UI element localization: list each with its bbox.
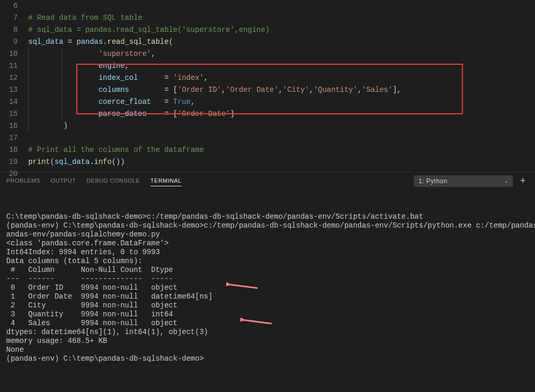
code-content <box>28 132 535 144</box>
code-content: coerce_float = True, <box>28 96 535 108</box>
code-content: parse_dates = ['Order Date'] <box>28 108 535 120</box>
code-line[interactable]: 19print(sql_data.info()) <box>0 156 535 168</box>
terminal-line: andas-env/pandas-sqlalchemy-demo.py <box>6 230 529 239</box>
code-content: index_col = 'index', <box>28 72 535 84</box>
terminal-line: Int64Index: 9994 entries, 0 to 9993 <box>6 248 529 257</box>
terminal-line: <class 'pandas.core.frame.DataFrame'> <box>6 239 529 248</box>
terminal-line: C:\temp\pandas-db-sqlshack-demo>c:/temp/… <box>6 212 529 221</box>
line-number: 9 <box>0 36 28 48</box>
line-number: 10 <box>0 48 28 60</box>
code-line[interactable]: 6 <box>0 0 535 12</box>
line-number: 12 <box>0 72 28 84</box>
code-content <box>28 168 535 180</box>
terminal-line: Data columns (total 5 columns): <box>6 257 529 266</box>
terminal-line: # Column Non-Null Count Dtype <box>6 266 529 275</box>
terminal-line: 2 City 9994 non-null object <box>6 301 529 310</box>
code-line[interactable]: 18# Print all the columns of the datafra… <box>0 144 535 156</box>
line-number: 7 <box>0 12 28 24</box>
code-line[interactable]: 13 columns = ['Order ID','Order Date','C… <box>0 84 535 96</box>
terminal-line: 0 Order ID 9994 non-null object <box>6 283 529 292</box>
code-content: sql_data = pandas.read_sql_table( <box>28 36 535 48</box>
terminal-line: 1 Order Date 9994 non-null datetime64[ns… <box>6 292 529 301</box>
code-line[interactable]: 14 coerce_float = True, <box>0 96 535 108</box>
code-line[interactable]: 15 parse_dates = ['Order Date'] <box>0 108 535 120</box>
line-number: 19 <box>0 156 28 168</box>
code-content <box>28 0 535 12</box>
code-line[interactable]: 7# Read data from SQL table <box>0 12 535 24</box>
code-editor[interactable]: 67# Read data from SQL table8# sql_data … <box>0 0 535 172</box>
terminal-line: 4 Sales 9994 non-null object <box>6 319 529 328</box>
code-content: print(sql_data.info()) <box>28 156 535 168</box>
line-number: 18 <box>0 144 28 156</box>
terminal-line: --- ------ -------------- ----- <box>6 275 529 283</box>
terminal-line: (pandas-env) C:\temp\pandas-db-sqlshack-… <box>6 354 529 363</box>
code-line[interactable]: 9sql_data = pandas.read_sql_table( <box>0 36 535 48</box>
code-line[interactable]: 17 <box>0 132 535 144</box>
line-number: 8 <box>0 24 28 36</box>
code-line[interactable]: 20 <box>0 168 535 180</box>
code-line[interactable]: 12 index_col = 'index', <box>0 72 535 84</box>
code-line[interactable]: 11 engine, <box>0 60 535 72</box>
code-content: # Read data from SQL table <box>28 12 535 24</box>
code-line[interactable]: 8# sql_data = pandas.read_sql_table('sup… <box>0 24 535 36</box>
terminal-line: dtypes: datetime64[ns](1), int64(1), obj… <box>6 328 529 337</box>
terminal-line: 3 Quantity 9994 non-null int64 <box>6 310 529 319</box>
code-content: engine, <box>28 60 535 72</box>
line-number: 17 <box>0 132 28 144</box>
code-content: # Print all the columns of the dataframe <box>28 144 535 156</box>
code-line[interactable]: 16 ) <box>0 120 535 132</box>
code-content: # sql_data = pandas.read_sql_table('supe… <box>28 24 535 36</box>
code-content: columns = ['Order ID','Order Date','City… <box>28 84 535 96</box>
line-number: 13 <box>0 84 28 96</box>
terminal-line: None <box>6 346 529 354</box>
line-number: 20 <box>0 168 28 180</box>
code-content: ) <box>28 120 535 132</box>
terminal-line: memory usage: 468.5+ KB <box>6 337 529 346</box>
code-content: 'superstore', <box>28 48 535 60</box>
line-number: 14 <box>0 96 28 108</box>
line-number: 16 <box>0 120 28 132</box>
line-number: 11 <box>0 60 28 72</box>
line-number: 6 <box>0 0 28 12</box>
terminal-line: (pandas-env) C:\temp\pandas-db-sqlshack-… <box>6 221 529 230</box>
terminal-output[interactable]: C:\temp\pandas-db-sqlshack-demo>c:/temp/… <box>0 189 535 392</box>
line-number: 15 <box>0 108 28 120</box>
code-line[interactable]: 10 'superstore', <box>0 48 535 60</box>
